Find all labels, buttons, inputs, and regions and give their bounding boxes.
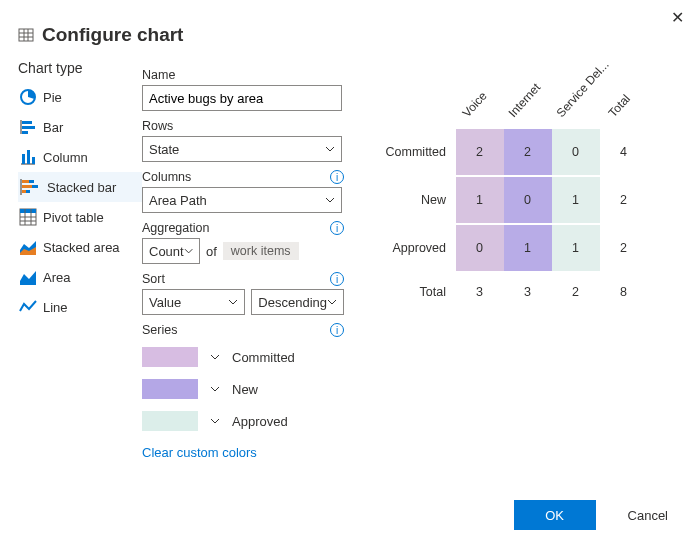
of-label: of <box>206 244 217 259</box>
chart-type-label: Stacked area <box>43 240 120 255</box>
chart-type-label: Stacked bar <box>47 180 116 195</box>
preview-cell: 3 <box>456 273 504 311</box>
preview-cell: 0 <box>552 129 600 175</box>
chart-type-bar[interactable]: Bar <box>18 112 142 142</box>
preview-col-header: Service Del... <box>554 58 612 120</box>
preview-cell: 3 <box>504 273 552 311</box>
bar-icon <box>19 118 37 136</box>
area-icon <box>19 268 37 286</box>
svg-rect-9 <box>22 131 28 134</box>
columns-select[interactable]: Area Path <box>142 187 342 213</box>
preview-cell: 2 <box>600 225 648 271</box>
svg-rect-0 <box>19 29 33 41</box>
preview-row-label: Committed <box>380 145 456 159</box>
chart-type-label: Pie <box>43 90 62 105</box>
chart-type-label: Line <box>43 300 68 315</box>
svg-rect-22 <box>20 209 36 213</box>
rows-value: State <box>149 142 179 157</box>
preview-cell: 4 <box>600 129 648 175</box>
chart-type-line[interactable]: Line <box>18 292 142 322</box>
preview-cell: 0 <box>456 225 504 271</box>
preview-row-label: New <box>380 193 456 207</box>
series-label: Series <box>142 323 177 337</box>
chevron-down-icon[interactable] <box>210 352 220 362</box>
series-swatch-committed[interactable] <box>142 347 198 367</box>
columns-label: Columns <box>142 170 191 184</box>
chart-type-stacked-area[interactable]: Stacked area <box>18 232 142 262</box>
svg-rect-16 <box>29 180 34 183</box>
series-label-new: New <box>232 382 258 397</box>
cancel-button[interactable]: Cancel <box>622 507 674 524</box>
name-input[interactable] <box>142 85 342 111</box>
sort-direction-select[interactable]: Descending <box>251 289 344 315</box>
dialog-icon <box>18 27 34 43</box>
rows-select[interactable]: State <box>142 136 342 162</box>
info-icon[interactable]: i <box>330 221 344 235</box>
chevron-down-icon[interactable] <box>210 384 220 394</box>
pivot-table-icon <box>19 208 37 226</box>
preview-cell: 2 <box>600 177 648 223</box>
preview-cell: 2 <box>456 129 504 175</box>
stacked-area-icon <box>19 238 37 256</box>
dialog-title-row: Configure chart <box>18 24 678 46</box>
preview-cell: 1 <box>456 177 504 223</box>
series-swatch-new[interactable] <box>142 379 198 399</box>
dialog-title: Configure chart <box>42 24 183 46</box>
chevron-down-icon[interactable] <box>210 416 220 426</box>
sort-direction-value: Descending <box>258 295 327 310</box>
chart-type-pivot-table[interactable]: Pivot table <box>18 202 142 232</box>
chart-type-column[interactable]: Column <box>18 142 142 172</box>
svg-rect-13 <box>32 157 35 164</box>
close-icon[interactable]: ✕ <box>671 8 684 27</box>
columns-value: Area Path <box>149 193 207 208</box>
preview-row: Committed2204 <box>380 128 678 176</box>
chart-type-label: Column <box>43 150 88 165</box>
series-label-approved: Approved <box>232 414 288 429</box>
aggregation-value: Count <box>149 244 184 259</box>
series-swatch-approved[interactable] <box>142 411 198 431</box>
rows-label: Rows <box>142 119 344 133</box>
info-icon[interactable]: i <box>330 323 344 337</box>
preview-col-header: Voice <box>460 89 490 120</box>
sort-field-select[interactable]: Value <box>142 289 245 315</box>
preview-col-header: Internet <box>506 80 544 120</box>
preview-row: Total3328 <box>380 272 678 312</box>
svg-rect-18 <box>32 185 38 188</box>
svg-rect-8 <box>22 126 35 129</box>
info-icon[interactable]: i <box>330 272 344 286</box>
chart-type-area[interactable]: Area <box>18 262 142 292</box>
preview-cell: 1 <box>552 225 600 271</box>
chart-type-pie[interactable]: Pie <box>18 82 142 112</box>
preview-cell: 2 <box>504 129 552 175</box>
column-icon <box>19 148 37 166</box>
preview-row: Approved0112 <box>380 224 678 272</box>
preview-cell: 1 <box>504 225 552 271</box>
svg-rect-20 <box>26 190 30 193</box>
chart-preview: Voice Internet Service Del... Total Comm… <box>356 60 678 460</box>
sort-label: Sort <box>142 272 165 286</box>
chevron-down-icon <box>184 246 193 256</box>
chevron-down-icon <box>327 297 337 307</box>
chart-type-label: Area <box>43 270 70 285</box>
stacked-bar-icon <box>19 178 41 196</box>
chart-type-label: Bar <box>43 120 63 135</box>
chart-type-label: Pivot table <box>43 210 104 225</box>
svg-rect-15 <box>22 180 29 183</box>
chevron-down-icon <box>325 195 335 205</box>
svg-rect-12 <box>27 150 30 164</box>
preview-row-label: Total <box>380 285 456 299</box>
chart-type-stacked-bar[interactable]: Stacked bar <box>18 172 142 202</box>
svg-rect-19 <box>22 190 26 193</box>
preview-cell: 0 <box>504 177 552 223</box>
ok-button[interactable]: OK <box>514 500 596 530</box>
svg-rect-11 <box>22 154 25 164</box>
preview-cell: 2 <box>552 273 600 311</box>
chevron-down-icon <box>325 144 335 154</box>
preview-col-header: Total <box>606 92 633 120</box>
sort-field-value: Value <box>149 295 181 310</box>
preview-cell: 1 <box>552 177 600 223</box>
info-icon[interactable]: i <box>330 170 344 184</box>
aggregation-select[interactable]: Count <box>142 238 200 264</box>
clear-custom-colors-link[interactable]: Clear custom colors <box>142 445 344 460</box>
svg-rect-17 <box>22 185 32 188</box>
